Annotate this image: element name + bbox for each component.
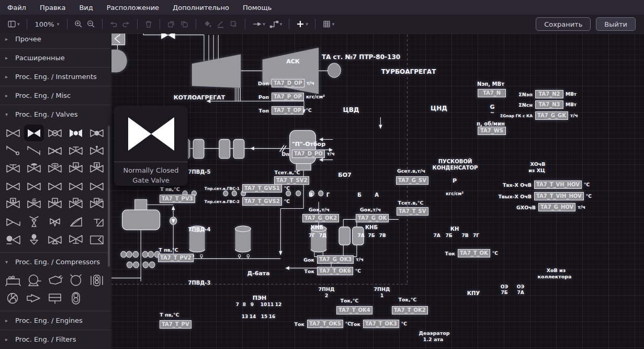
exit-button[interactable]: Выйти	[596, 17, 636, 31]
panel-toggle-icon[interactable]: ▾	[5, 18, 22, 30]
relief-valve-icon[interactable]	[66, 213, 86, 230]
menu-item[interactable]: Файл	[7, 4, 26, 12]
menu-item[interactable]: Помощь	[243, 4, 272, 12]
tee-head-valve-icon[interactable]	[3, 160, 23, 177]
motor-valve-icon[interactable]	[66, 160, 86, 177]
tee-bottom-valve-icon[interactable]	[66, 231, 86, 248]
tag-value-box[interactable]: TA7_D_PO	[292, 150, 325, 158]
tag-value-box[interactable]: TA7_P_OP	[272, 93, 304, 101]
pneumatic-valve-icon[interactable]	[66, 196, 86, 212]
undo-icon[interactable]	[107, 18, 120, 30]
globe-valve-icon[interactable]	[45, 125, 65, 141]
butterfly-head-valve-icon[interactable]	[45, 160, 65, 177]
tag-value-box[interactable]: TA7_T_PV	[160, 320, 191, 329]
tag-value-box[interactable]: TA7_T_OK2	[392, 306, 428, 314]
spring-valve-icon[interactable]	[24, 196, 44, 212]
sidebar-section-proc-eng-valves[interactable]: ▾Proc. Eng. / Valves	[0, 105, 111, 123]
menu-item[interactable]: Вид	[79, 4, 93, 12]
tag-value-box[interactable]: TA7_T_PV2	[158, 254, 194, 262]
ball-valve-icon[interactable]	[87, 125, 107, 141]
delete-icon[interactable]	[142, 18, 155, 30]
sidebar-section-proc-eng-misc[interactable]: ▸Proc. Eng. / Misc	[0, 86, 111, 105]
wedge-gate-valve-icon[interactable]	[24, 178, 44, 195]
menu-item[interactable]: Расположение	[107, 4, 159, 12]
tag-value-box[interactable]: TA7_G_GK	[535, 111, 568, 120]
line-color-icon[interactable]	[214, 18, 227, 30]
tag-value-box[interactable]: TA7_G_OK	[356, 214, 389, 222]
three-way-valve-icon[interactable]	[45, 231, 65, 248]
diaphragm-valve-icon[interactable]	[24, 160, 44, 177]
tag-value-box[interactable]: TA7_T_OK	[458, 249, 490, 257]
actuated-valve-icon[interactable]	[87, 160, 107, 177]
tag-value-box[interactable]: TA7_T_OK6	[317, 267, 353, 275]
double-disc-valve-icon[interactable]	[87, 178, 107, 195]
diaphragm-compressor-icon[interactable]	[87, 272, 107, 289]
sidebar-section-proc-eng-instruments[interactable]: ▸Proc. Eng. / Instruments	[0, 67, 111, 86]
small-cross-valve-icon[interactable]	[45, 213, 65, 230]
connector-style-icon[interactable]: ▾	[267, 18, 285, 30]
zoom-level-select[interactable]: 100% ▾	[32, 19, 63, 29]
powered-valve-icon[interactable]	[3, 196, 23, 212]
normally-closed-gate-valve-icon[interactable]	[24, 125, 44, 141]
self-draining-valve-icon[interactable]	[87, 231, 107, 248]
centrifugal-compressor-icon[interactable]	[24, 272, 44, 289]
tag-value-box[interactable]: TA7_T_OK5	[307, 320, 343, 328]
rotary-compressor-icon[interactable]	[45, 272, 65, 289]
tag-value-box[interactable]: TA7_T_PV3	[160, 195, 195, 203]
cross-valve-icon[interactable]	[45, 142, 65, 159]
tag-value-box[interactable]: TA7_T_SV2	[274, 176, 309, 185]
swing-check-valve-icon[interactable]	[24, 142, 44, 159]
slide-valve-icon[interactable]	[3, 213, 23, 230]
sidebar-section-proc-eng-filters[interactable]: ▸Proc. Eng. / Filters	[0, 330, 111, 348]
tag-value-box[interactable]: TA7_WS	[478, 127, 506, 135]
insert-icon[interactable]: ▾	[294, 18, 310, 30]
fill-color-icon[interactable]	[201, 18, 214, 30]
sidebar-section-прочее[interactable]: ▸Прочее	[0, 33, 111, 48]
diagram-canvas[interactable]: ТА ст. №7 ПТР-80-130ТУРБОАГРЕГАТАСККОТЛО…	[111, 33, 644, 349]
tag-value-box[interactable]: TA7_N2	[535, 90, 563, 98]
arrow-style-icon[interactable]: ▾	[250, 18, 267, 30]
tag-value-box[interactable]: TA7_G_OK2	[302, 214, 339, 222]
angle-valve-icon[interactable]	[87, 213, 107, 230]
sidebar-section-proc-eng-compressors[interactable]: ▾Proc. Eng. / Compressors	[0, 253, 111, 271]
gate-valve-2-icon[interactable]	[3, 178, 23, 195]
tag-value-box[interactable]: TA7_D_OP	[272, 79, 304, 87]
sidebar-section-proc-eng-engines[interactable]: ▸Proc. Eng. / Engines	[0, 311, 111, 330]
ejector-icon[interactable]	[24, 290, 44, 307]
tag-value-box[interactable]: TA7_G_SV	[396, 176, 428, 185]
shadow-icon[interactable]	[227, 18, 240, 30]
zoom-in-icon[interactable]	[72, 18, 85, 30]
zoom-out-icon[interactable]	[85, 18, 97, 30]
gate-valve-icon[interactable]	[3, 125, 23, 141]
shape-palette-sidebar[interactable]: ▸Прочее▸Расширенные▸Proc. Eng. / Instrum…	[0, 33, 111, 349]
stem-ball-valve-icon[interactable]	[87, 142, 107, 159]
save-button[interactable]: Сохранить	[536, 17, 591, 31]
redo-icon[interactable]	[120, 18, 132, 30]
reciprocating-compressor-icon[interactable]	[3, 272, 23, 289]
to-front-icon[interactable]	[165, 18, 178, 30]
tag-value-box[interactable]: TA7_T_VIH_HOV	[534, 192, 584, 200]
fan-icon[interactable]	[3, 290, 23, 307]
compressor-box-icon[interactable]	[45, 290, 65, 307]
ball-float-valve-icon[interactable]	[24, 231, 44, 248]
needle-valve-icon[interactable]	[66, 142, 86, 159]
solenoid-valve-icon[interactable]	[45, 196, 65, 212]
tag-value-box[interactable]: TA7_N	[478, 89, 506, 97]
tag-value-box[interactable]: TA7_T_OK4	[336, 306, 372, 314]
tag-value-box[interactable]: TA7_T_GVS2	[242, 197, 282, 206]
menu-item[interactable]: Дополнительно	[173, 4, 229, 12]
tag-value-box[interactable]: TA7_G_HOV	[538, 203, 575, 211]
check-valve-icon[interactable]	[3, 142, 23, 159]
tag-value-box[interactable]: TA7_T_SV	[397, 207, 428, 216]
centrifugal-compressor-2-icon[interactable]	[66, 272, 86, 289]
float-valve-icon[interactable]	[3, 231, 23, 248]
sidebar-scrollbar[interactable]	[108, 126, 110, 267]
parallel-slide-valve-icon[interactable]	[66, 178, 86, 195]
tag-value-box[interactable]: TA7_T_VH_HOV	[534, 181, 582, 189]
pressure-reducing-valve-icon[interactable]	[24, 213, 44, 230]
tag-value-box[interactable]: TA7_G_OK3	[317, 255, 354, 264]
tag-value-box[interactable]: TA7_N3	[535, 100, 563, 109]
tag-value-box[interactable]: TA7_T_OP	[272, 106, 303, 115]
normally-closed-globe-valve-icon[interactable]	[66, 125, 86, 141]
tag-value-box[interactable]: TA7_T_GVS1	[242, 184, 282, 193]
